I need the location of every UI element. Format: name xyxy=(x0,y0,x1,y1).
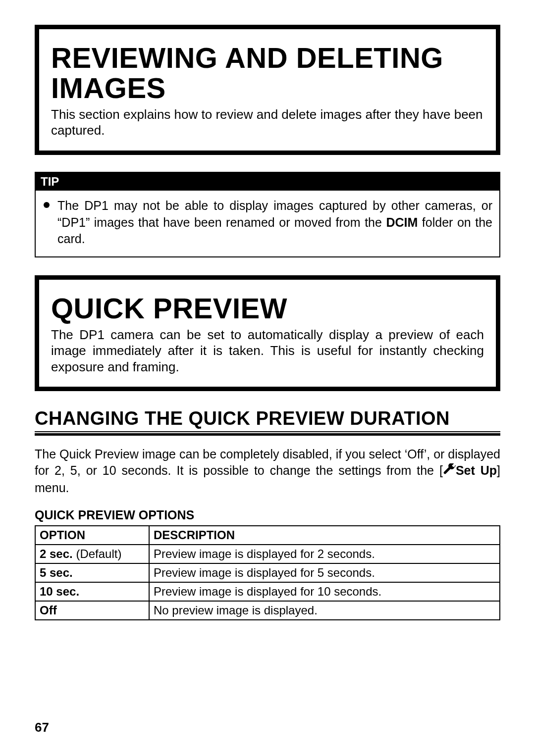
section-para-pre: The Quick Preview image can be completel… xyxy=(35,447,500,477)
option-note: (Default) xyxy=(73,547,122,560)
option-cell: 5 sec. xyxy=(35,563,149,582)
option-cell: 10 sec. xyxy=(35,582,149,601)
description-cell: Preview image is displayed for 2 seconds… xyxy=(149,545,500,563)
option-label: 2 sec. xyxy=(40,547,73,560)
description-cell: Preview image is displayed for 10 second… xyxy=(149,582,500,601)
table-row: 10 sec. Preview image is displayed for 1… xyxy=(35,582,500,601)
wrench-icon xyxy=(443,463,456,480)
hero-desc-quick-preview: The DP1 camera can be set to automatical… xyxy=(51,327,484,375)
tip-body: The DP1 may not be able to display image… xyxy=(36,191,499,256)
section-heading-duration: CHANGING THE QUICK PREVIEW DURATION xyxy=(35,408,500,432)
description-cell: Preview image is displayed for 5 seconds… xyxy=(149,563,500,582)
tip-box: TIP The DP1 may not be able to display i… xyxy=(35,172,500,257)
option-cell: 2 sec. (Default) xyxy=(35,545,149,563)
tip-label: TIP xyxy=(36,173,499,191)
hero-title-quick-preview: QUICK PREVIEW xyxy=(51,294,484,324)
hero-title-reviewing: REVIEWING AND DELETING IMAGES xyxy=(51,43,484,103)
table-title: QUICK PREVIEW OPTIONS xyxy=(35,508,500,522)
options-table: OPTION DESCRIPTION 2 sec. (Default) Prev… xyxy=(35,525,500,620)
tip-list: The DP1 may not be able to display image… xyxy=(43,198,492,248)
col-header-option: OPTION xyxy=(35,526,149,545)
hero-box-quick-preview: QUICK PREVIEW The DP1 camera can be set … xyxy=(35,275,500,391)
page-number: 67 xyxy=(35,720,49,735)
setup-label: Set Up xyxy=(456,463,497,477)
col-header-description: DESCRIPTION xyxy=(149,526,500,545)
option-label: Off xyxy=(40,604,57,617)
table-row: 2 sec. (Default) Preview image is displa… xyxy=(35,545,500,563)
option-label: 10 sec. xyxy=(40,585,79,598)
description-cell: No preview image is displayed. xyxy=(149,601,500,620)
tip-text-bold: DCIM xyxy=(386,215,418,229)
tip-item: The DP1 may not be able to display image… xyxy=(43,198,492,248)
option-label: 5 sec. xyxy=(40,566,73,579)
table-row: Off No preview image is displayed. xyxy=(35,601,500,620)
hero-box-reviewing: REVIEWING AND DELETING IMAGES This secti… xyxy=(35,25,500,155)
option-cell: Off xyxy=(35,601,149,620)
hero-desc-reviewing: This section explains how to review and … xyxy=(51,106,484,139)
table-row: 5 sec. Preview image is displayed for 5 … xyxy=(35,563,500,582)
table-header-row: OPTION DESCRIPTION xyxy=(35,526,500,545)
section-paragraph: The Quick Preview image can be completel… xyxy=(35,446,500,496)
